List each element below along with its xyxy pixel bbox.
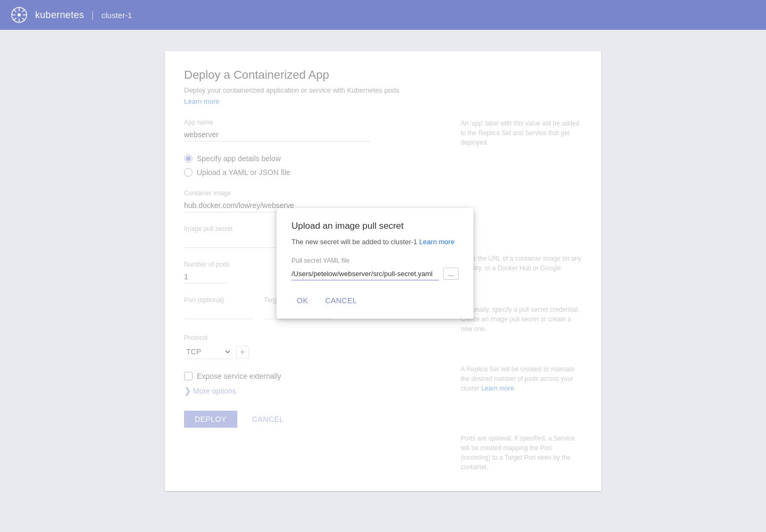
- svg-point-1: [18, 13, 21, 16]
- modal-file-row: ...: [292, 268, 459, 280]
- modal-title: Upload an image pull secret: [292, 221, 459, 231]
- upload-secret-modal: Upload an image pull secret The new secr…: [277, 208, 473, 319]
- svg-line-6: [14, 10, 16, 12]
- svg-line-9: [14, 18, 16, 21]
- topbar-separator: |: [91, 10, 94, 21]
- main-card: Deploy a Containerized App Deploy your c…: [165, 51, 601, 491]
- app-name: kubernetes: [35, 10, 84, 21]
- svg-line-7: [22, 18, 25, 21]
- cluster-name: cluster-1: [102, 11, 132, 20]
- modal-learn-more-link[interactable]: Learn more: [419, 238, 454, 246]
- modal-ok-button[interactable]: OK: [292, 293, 313, 308]
- topbar: kubernetes | cluster-1: [0, 0, 766, 30]
- svg-line-8: [22, 10, 25, 12]
- pull-secret-label: Pull secret YAML file: [292, 257, 459, 264]
- modal-cancel-button[interactable]: CANCEL: [320, 293, 362, 308]
- kubernetes-logo: [11, 6, 28, 23]
- modal-actions: OK CANCEL: [292, 293, 459, 308]
- browse-button[interactable]: ...: [443, 268, 459, 280]
- page-content: Deploy a Containerized App Deploy your c…: [0, 30, 766, 512]
- modal-description: The new secret will be added to cluster-…: [292, 237, 459, 247]
- pull-secret-file-input[interactable]: [292, 268, 439, 280]
